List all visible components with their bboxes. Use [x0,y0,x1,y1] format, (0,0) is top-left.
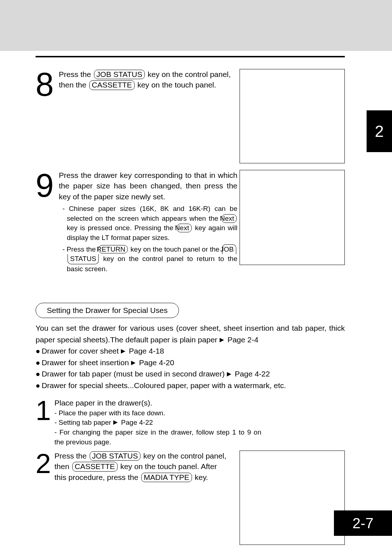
media-type-key: MADIA TYPE [141,473,192,482]
intro-paragraph: You can set the drawer for various uses … [36,322,345,345]
step-9: 9 Press the drawer key corresponding to … [36,170,345,274]
text: then the [59,81,89,89]
page-number: 2-7 [334,510,392,536]
job-status-key: JOB STATUS [90,451,140,461]
page-ref: Page 4-22 [233,370,270,378]
step-9-text: Press the drawer key corresponding to th… [59,170,237,274]
bullet-tab-paper: Drawer for tab paper (must be used in se… [36,368,345,380]
arrow-icon [111,419,119,426]
step-9-note-2: - Press the RETURN key on the touch pane… [59,244,237,274]
text: key. [193,473,208,481]
text: then [54,462,72,471]
step-9-main: Press the drawer key corresponding to th… [59,170,237,202]
header-band [0,0,392,51]
step-8: 8 Press the JOB STATUS key on the contro… [36,69,345,163]
text: You can set the drawer for various uses … [36,324,345,344]
manual-page: 2 8 Press the JOB STATUS key on the cont… [0,0,392,554]
text: Press the [59,70,93,78]
next-key: Next [177,224,192,232]
text: - Setting tab paper [54,419,111,426]
text: Drawer for special sheets...Coloured pap… [42,381,286,390]
subsection-heading: Setting the Drawer for Special Uses [36,303,179,318]
text: - Chinese paper sizes (16K, 8K and 16K-R… [62,205,237,222]
step-number-9: 9 [36,173,57,198]
bullet-icon [36,370,42,378]
bullet-sheet-insertion: Drawer for sheet insertion Page 4-20 [36,357,345,368]
arrow-icon [129,358,137,367]
page-ref: Page 4-20 [137,358,174,367]
step-1-note-3: - For changing the paper size in the dra… [54,428,261,447]
step-1: 1 Place paper in the drawer(s). - Place … [36,398,345,447]
text: key on the control panel, [146,70,231,78]
step-number-8: 8 [36,72,57,97]
bullet-icon [36,347,42,355]
screenshot-placeholder [240,451,345,545]
step-1-note-1: - Place the paper with its face down. [54,408,272,418]
next-key: Next [222,214,237,223]
content-area: 8 Press the JOB STATUS key on the contro… [36,69,345,545]
step-number-1: 1 [36,400,54,421]
text: Drawer for cover sheet [42,347,119,355]
text: key on the control panel, [141,452,226,460]
return-key: RETURN [98,245,128,254]
arrow-icon [119,347,127,355]
text: key on the touch panel. After [118,462,217,471]
text: key on the touch panel or the [128,245,221,253]
step-8-text: Press the JOB STATUS key on the control … [59,69,235,90]
page-ref: Page 2-4 [225,335,258,344]
step-1-text: Place paper in the drawer(s). - Place th… [54,398,272,447]
job-status-key-top: JOB [222,244,236,254]
cassette-key: CASSETTE [72,462,118,471]
step-9-note-1: - Chinese paper sizes (16K, 8K and 16K-R… [59,204,237,243]
bullet-icon [36,358,42,367]
arrow-icon [217,335,225,344]
step-1-note-2: - Setting tab paper Page 4-22 [54,418,272,428]
bullet-icon [36,381,42,390]
text: this procedure, press the [54,473,140,481]
step-2: 2 Press the JOB STATUS key on the contro… [36,451,345,545]
horizontal-rule [36,56,345,57]
text: Drawer for sheet insertion [42,358,129,367]
bullet-cover-sheet: Drawer for cover sheet Page 4-18 [36,345,345,357]
bullet-special-sheets: Drawer for special sheets...Coloured pap… [36,380,345,391]
section-tab: 2 [367,110,392,152]
job-status-key-bot: STATUS [68,254,99,264]
cassette-key: CASSETTE [89,80,135,90]
text: key is pressed once. Pressing the [67,224,176,232]
screenshot-placeholder [240,69,345,163]
text: key on the touch panel. [135,81,216,89]
subsection-heading-row: Setting the Drawer for Special Uses [36,303,345,318]
page-ref: Page 4-22 [119,419,153,426]
job-status-key: JOB STATUS [94,70,145,79]
text: - Press the [62,245,98,253]
screenshot-placeholder [240,170,345,265]
page-ref: Page 4-18 [127,347,164,355]
step-number-2: 2 [36,453,54,474]
arrow-icon [225,370,233,378]
text: Drawer for tab paper (must be used in se… [42,370,225,378]
step-1-title: Place paper in the drawer(s). [54,398,272,408]
text: Press the [54,452,89,460]
step-2-text: Press the JOB STATUS key on the control … [54,451,235,482]
